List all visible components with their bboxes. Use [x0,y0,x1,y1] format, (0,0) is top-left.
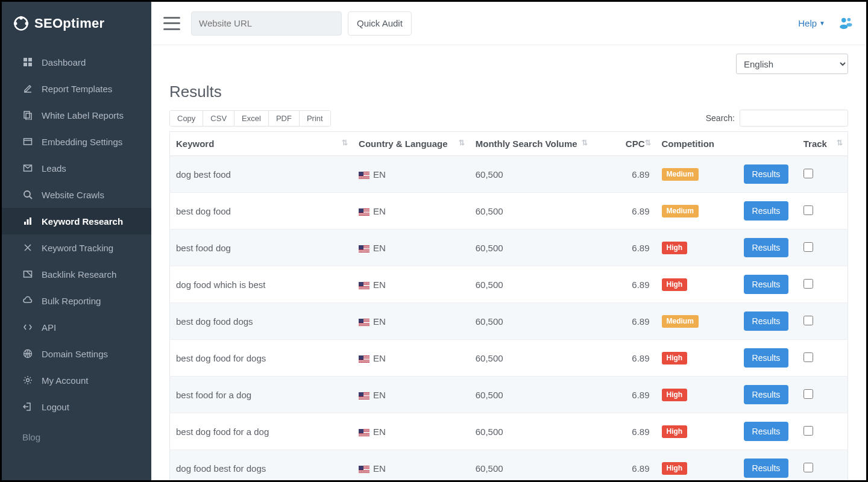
svg-point-19 [841,17,846,22]
help-dropdown[interactable]: Help▼ [798,18,825,28]
export-excel-button[interactable]: Excel [234,111,269,126]
th-volume[interactable]: Monthly Search Volume⇅ [470,132,593,156]
track-checkbox[interactable] [804,352,813,362]
table-row: best dog food for dogsEN60,5006.89HighRe… [170,340,848,377]
th-keyword[interactable]: Keyword⇅ [170,132,353,156]
export-print-button[interactable]: Print [300,111,330,126]
us-flag-icon [359,245,370,252]
export-copy-button[interactable]: Copy [170,111,203,126]
svg-rect-10 [24,139,32,145]
track-checkbox[interactable] [804,463,813,472]
export-pdf-button[interactable]: PDF [269,111,300,126]
table-row: best food for a dogEN60,5006.89HighResul… [170,377,848,413]
sidebar-item-backlink-research[interactable]: Backlink Research [2,261,151,287]
competition-badge: Medium [662,168,699,181]
logo[interactable]: SEOptimer [2,2,151,45]
help-label: Help [798,18,817,28]
copy-icon [22,110,33,120]
export-csv-button[interactable]: CSV [203,111,234,126]
track-checkbox[interactable] [804,279,813,289]
cell-track [797,266,848,303]
sidebar-item-keyword-research[interactable]: Keyword Research [2,208,151,234]
cell-results: Results [738,303,797,340]
cell-results: Results [738,450,797,481]
svg-rect-4 [24,58,27,61]
cell-competition: Medium [656,193,738,230]
results-button[interactable]: Results [744,348,789,368]
website-url-input[interactable] [191,11,342,36]
track-icon [22,242,33,253]
track-checkbox[interactable] [804,316,813,325]
sidebar-item-leads[interactable]: Leads [2,155,151,181]
svg-rect-9 [26,113,31,120]
svg-point-2 [25,22,29,25]
results-table: Keyword⇅ Country & Language⇅ Monthly Sea… [169,131,848,480]
export-button-group: Copy CSV Excel PDF Print [169,110,331,127]
search-icon [22,189,33,200]
sidebar-item-dashboard[interactable]: Dashboard [2,49,151,75]
th-cpc[interactable]: CPC⇅ [593,132,656,156]
cell-keyword: dog food which is best [170,266,353,303]
quick-audit-button[interactable]: Quick Audit [348,11,412,36]
results-button[interactable]: Results [744,275,789,294]
svg-rect-14 [27,219,29,225]
chart-icon [22,216,33,227]
competition-badge: High [662,242,688,254]
track-checkbox[interactable] [804,169,813,178]
cell-volume: 60,500 [470,377,593,413]
cell-competition: High [656,377,738,413]
track-checkbox[interactable] [804,389,813,399]
svg-point-22 [846,23,852,27]
svg-point-3 [14,22,17,25]
results-button[interactable]: Results [744,164,789,184]
results-button[interactable]: Results [744,459,789,478]
api-icon [22,322,33,333]
sidebar-item-label: API [42,322,56,333]
table-row: best dog foodEN60,5006.89MediumResults [170,193,848,230]
sidebar-item-api[interactable]: API [2,314,151,340]
sidebar-item-white-label-reports[interactable]: White Label Reports [2,102,151,128]
table-search-input[interactable] [740,110,848,127]
sidebar-item-keyword-tracking[interactable]: Keyword Tracking [2,234,151,261]
th-track[interactable]: Track⇅ [797,132,848,156]
sidebar-item-report-templates[interactable]: Report Templates [2,75,151,102]
cell-country: EN [353,413,470,450]
sidebar-blog-link[interactable]: Blog [2,424,151,451]
language-select[interactable]: English [736,54,848,74]
cell-track [797,156,848,193]
sidebar-item-label: My Account [42,375,89,386]
sidebar-item-domain-settings[interactable]: Domain Settings [2,340,151,367]
hamburger-icon[interactable] [163,17,180,30]
results-button[interactable]: Results [744,238,789,257]
th-country[interactable]: Country & Language⇅ [353,132,470,156]
chevron-down-icon: ▼ [819,20,825,27]
track-checkbox[interactable] [804,242,813,252]
link-icon [22,269,33,280]
track-checkbox[interactable] [804,426,813,436]
cell-results: Results [738,230,797,266]
th-competition[interactable]: Competition [656,132,738,156]
gear-icon [22,375,33,386]
sidebar-item-logout[interactable]: Logout [2,393,151,420]
edit-icon [22,83,33,94]
user-icon[interactable] [837,15,854,32]
cell-keyword: best dog food for dogs [170,340,353,377]
track-checkbox[interactable] [804,205,813,215]
results-button[interactable]: Results [744,311,789,331]
cell-volume: 60,500 [470,340,593,377]
sidebar-item-my-account[interactable]: My Account [2,367,151,393]
embed-icon [22,136,33,147]
logout-icon [22,401,33,412]
results-button[interactable]: Results [744,201,789,221]
results-button[interactable]: Results [744,422,789,441]
cell-cpc: 6.89 [593,156,656,193]
sidebar-item-website-crawls[interactable]: Website Crawls [2,181,151,208]
cell-cpc: 6.89 [593,266,656,303]
cell-cpc: 6.89 [593,303,656,340]
sidebar-item-bulk-reporting[interactable]: Bulk Reporting [2,287,151,314]
sidebar-item-label: Keyword Research [42,216,123,227]
sort-icon: ⇅ [645,139,650,147]
results-button[interactable]: Results [744,385,789,404]
sidebar-item-embedding-settings[interactable]: Embedding Settings [2,128,151,155]
cell-country: EN [353,156,470,193]
